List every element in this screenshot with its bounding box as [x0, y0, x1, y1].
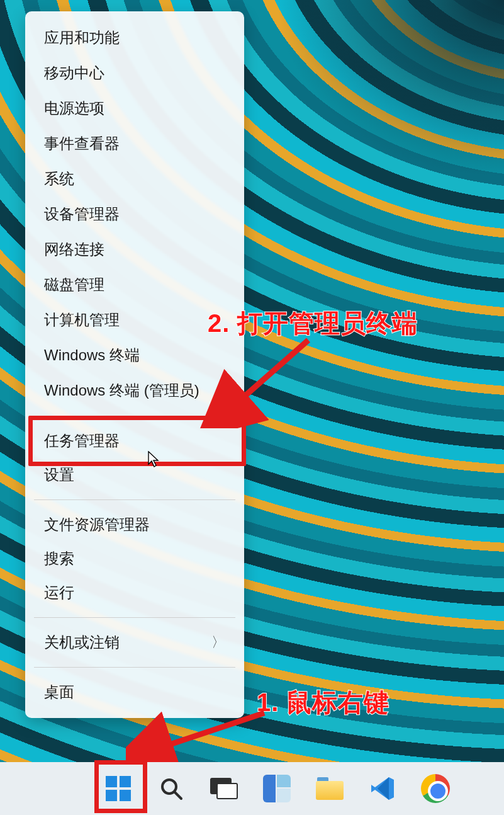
search-icon — [159, 776, 184, 801]
svg-rect-5 — [120, 790, 131, 801]
widgets-icon — [263, 775, 291, 802]
menu-item-label: 应用和功能 — [44, 28, 120, 48]
menu-item-label: 桌面 — [44, 682, 74, 702]
svg-line-7 — [175, 792, 181, 799]
menu-item-run[interactable]: 运行 — [28, 576, 242, 610]
file-explorer-icon — [316, 777, 344, 800]
annotation-step1-text: 1. 鼠标右键 — [257, 685, 389, 720]
vscode-icon — [369, 775, 396, 802]
svg-rect-2 — [106, 776, 117, 787]
menu-separator — [34, 667, 235, 668]
windows-logo-icon — [104, 775, 132, 802]
menu-item-apps-features[interactable]: 应用和功能 — [28, 20, 242, 55]
menu-item-file-explorer[interactable]: 文件资源管理器 — [28, 508, 242, 542]
menu-item-label: 磁盘管理 — [44, 275, 104, 295]
menu-item-label: 计算机管理 — [44, 310, 120, 330]
menu-item-desktop[interactable]: 桌面 — [28, 675, 242, 709]
winx-context-menu: 应用和功能 移动中心 电源选项 事件查看器 系统 设备管理器 网络连接 磁盘管理… — [25, 11, 244, 718]
taskbar-search-button[interactable] — [154, 771, 189, 806]
menu-separator — [34, 499, 235, 500]
menu-item-search[interactable]: 搜索 — [28, 542, 242, 576]
menu-item-device-manager[interactable]: 设备管理器 — [28, 197, 242, 232]
taskbar-chrome-button[interactable] — [418, 771, 453, 806]
taskbar-vscode-button[interactable] — [365, 771, 400, 806]
menu-item-windows-terminal-admin[interactable]: Windows 终端 (管理员) — [28, 373, 242, 408]
menu-item-network-connections[interactable]: 网络连接 — [28, 232, 242, 267]
menu-item-system[interactable]: 系统 — [28, 161, 242, 197]
menu-item-label: 网络连接 — [44, 239, 104, 259]
menu-item-label: Windows 终端 (管理员) — [44, 380, 199, 401]
taskbar-file-explorer-button[interactable] — [312, 771, 347, 806]
menu-item-windows-terminal[interactable]: Windows 终端 — [28, 338, 242, 373]
annotation-step2-text: 2. 打开管理员终端 — [208, 306, 418, 341]
menu-item-label: 任务管理器 — [44, 431, 120, 451]
chrome-icon — [421, 774, 450, 803]
menu-item-label: 移动中心 — [44, 63, 104, 83]
menu-item-label: 运行 — [44, 583, 74, 603]
menu-separator — [34, 617, 235, 618]
menu-item-label: Windows 终端 — [44, 345, 140, 365]
svg-rect-4 — [106, 790, 117, 801]
svg-rect-3 — [120, 776, 131, 787]
menu-item-label: 设备管理器 — [44, 204, 120, 224]
menu-item-event-viewer[interactable]: 事件查看器 — [28, 126, 242, 161]
menu-item-settings[interactable]: 设置 — [28, 458, 242, 492]
taskbar — [0, 762, 504, 815]
chevron-right-icon: 〉 — [211, 633, 225, 652]
menu-item-label: 文件资源管理器 — [44, 515, 150, 535]
taskbar-widgets-button[interactable] — [259, 771, 294, 806]
start-button[interactable] — [101, 771, 136, 806]
menu-item-label: 电源选项 — [44, 98, 104, 118]
menu-item-label: 事件查看器 — [44, 134, 120, 154]
menu-item-label: 搜索 — [44, 549, 74, 569]
taskbar-task-view-button[interactable] — [206, 771, 242, 806]
menu-item-label: 系统 — [44, 169, 74, 189]
menu-item-power-options[interactable]: 电源选项 — [28, 91, 242, 126]
menu-item-label: 设置 — [44, 465, 74, 485]
menu-item-shutdown-signout[interactable]: 关机或注销 〉 — [28, 625, 242, 659]
menu-separator — [34, 416, 235, 416]
menu-item-label: 关机或注销 — [44, 632, 120, 653]
task-view-icon — [210, 778, 238, 799]
menu-item-mobility-center[interactable]: 移动中心 — [28, 55, 242, 91]
menu-item-disk-management[interactable]: 磁盘管理 — [28, 267, 242, 302]
menu-item-task-manager[interactable]: 任务管理器 — [28, 424, 242, 458]
